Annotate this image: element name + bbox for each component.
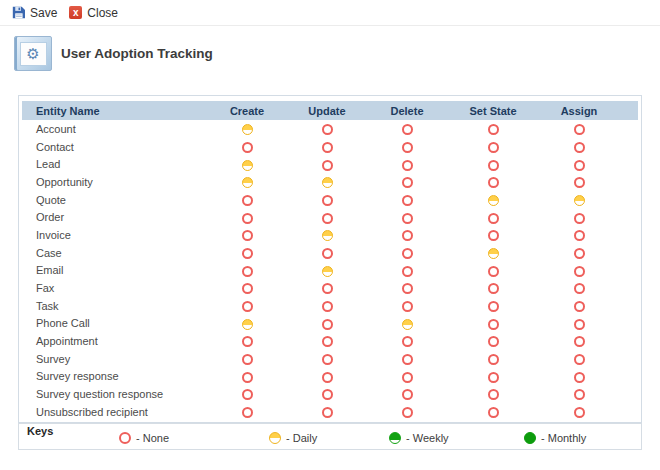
status-dot-none[interactable]	[402, 160, 413, 171]
status-dot-none[interactable]	[574, 301, 585, 312]
status-dot-none[interactable]	[488, 124, 499, 135]
status-dot-none[interactable]	[574, 230, 585, 241]
status-dot-daily[interactable]	[322, 230, 333, 241]
status-dot-none[interactable]	[488, 142, 499, 153]
status-dot-none[interactable]	[322, 160, 333, 171]
status-dot-none[interactable]	[574, 372, 585, 383]
status-dot-none[interactable]	[322, 319, 333, 330]
status-dot-none[interactable]	[402, 177, 413, 188]
legend-dot-daily	[269, 432, 281, 444]
status-dot-none[interactable]	[242, 230, 253, 241]
status-dot-none[interactable]	[574, 177, 585, 188]
table-row: Case	[22, 244, 638, 262]
entity-name-cell: Invoice	[22, 226, 207, 244]
status-dot-none[interactable]	[322, 283, 333, 294]
status-dot-none[interactable]	[242, 283, 253, 294]
status-cell	[539, 385, 619, 403]
status-dot-daily[interactable]	[242, 124, 253, 135]
status-dot-none[interactable]	[322, 407, 333, 418]
status-dot-none[interactable]	[322, 354, 333, 365]
status-dot-none[interactable]	[402, 213, 413, 224]
status-dot-none[interactable]	[322, 195, 333, 206]
status-dot-daily[interactable]	[574, 195, 585, 206]
status-dot-none[interactable]	[322, 372, 333, 383]
status-dot-none[interactable]	[574, 336, 585, 347]
status-cell	[287, 297, 367, 315]
table-row: Contact	[22, 138, 638, 156]
status-dot-daily[interactable]	[488, 248, 499, 259]
status-dot-none[interactable]	[488, 283, 499, 294]
status-dot-none[interactable]	[322, 124, 333, 135]
status-dot-none[interactable]	[402, 283, 413, 294]
status-dot-none[interactable]	[488, 230, 499, 241]
status-dot-none[interactable]	[574, 283, 585, 294]
status-dot-none[interactable]	[488, 389, 499, 400]
status-dot-none[interactable]	[242, 336, 253, 347]
status-dot-none[interactable]	[242, 213, 253, 224]
status-dot-none[interactable]	[574, 248, 585, 259]
status-dot-none[interactable]	[322, 248, 333, 259]
keys-legend: Keys - None- Daily- Weekly- Monthly	[18, 423, 642, 450]
close-button[interactable]: x Close	[69, 6, 118, 20]
status-dot-none[interactable]	[402, 230, 413, 241]
status-dot-none[interactable]	[574, 407, 585, 418]
status-dot-none[interactable]	[242, 407, 253, 418]
status-dot-none[interactable]	[574, 319, 585, 330]
status-dot-none[interactable]	[488, 177, 499, 188]
status-dot-none[interactable]	[402, 354, 413, 365]
status-dot-none[interactable]	[402, 142, 413, 153]
status-dot-daily[interactable]	[322, 177, 333, 188]
status-dot-daily[interactable]	[402, 319, 413, 330]
status-dot-none[interactable]	[242, 354, 253, 365]
status-dot-none[interactable]	[242, 248, 253, 259]
status-dot-none[interactable]	[574, 389, 585, 400]
save-button[interactable]: Save	[12, 6, 57, 20]
status-dot-none[interactable]	[242, 142, 253, 153]
status-dot-none[interactable]	[402, 266, 413, 277]
status-dot-none[interactable]	[242, 266, 253, 277]
status-dot-none[interactable]	[402, 248, 413, 259]
status-dot-none[interactable]	[488, 336, 499, 347]
status-dot-none[interactable]	[488, 372, 499, 383]
status-dot-none[interactable]	[242, 301, 253, 312]
status-dot-none[interactable]	[574, 266, 585, 277]
status-cell	[539, 279, 619, 297]
status-dot-none[interactable]	[402, 389, 413, 400]
status-dot-none[interactable]	[242, 389, 253, 400]
status-dot-none[interactable]	[402, 336, 413, 347]
status-dot-none[interactable]	[574, 142, 585, 153]
status-dot-none[interactable]	[574, 213, 585, 224]
status-dot-none[interactable]	[574, 160, 585, 171]
status-dot-none[interactable]	[402, 301, 413, 312]
status-dot-none[interactable]	[242, 372, 253, 383]
status-cell	[447, 120, 539, 138]
status-dot-daily[interactable]	[242, 177, 253, 188]
status-dot-none[interactable]	[574, 124, 585, 135]
filler-cell	[619, 244, 638, 262]
status-dot-none[interactable]	[402, 372, 413, 383]
status-dot-none[interactable]	[242, 195, 253, 206]
status-cell	[287, 332, 367, 350]
status-dot-none[interactable]	[322, 213, 333, 224]
status-dot-none[interactable]	[322, 336, 333, 347]
status-dot-none[interactable]	[488, 160, 499, 171]
status-dot-none[interactable]	[322, 301, 333, 312]
status-dot-daily[interactable]	[488, 195, 499, 206]
status-dot-none[interactable]	[322, 389, 333, 400]
status-dot-daily[interactable]	[242, 160, 253, 171]
status-cell	[207, 332, 287, 350]
status-dot-none[interactable]	[322, 142, 333, 153]
status-dot-none[interactable]	[402, 195, 413, 206]
status-dot-daily[interactable]	[322, 266, 333, 277]
status-dot-none[interactable]	[488, 213, 499, 224]
status-cell	[539, 315, 619, 333]
status-dot-none[interactable]	[402, 407, 413, 418]
status-dot-daily[interactable]	[242, 319, 253, 330]
status-dot-none[interactable]	[488, 319, 499, 330]
status-dot-none[interactable]	[488, 354, 499, 365]
status-dot-none[interactable]	[574, 354, 585, 365]
status-dot-none[interactable]	[488, 301, 499, 312]
status-dot-none[interactable]	[402, 124, 413, 135]
status-dot-none[interactable]	[488, 407, 499, 418]
status-dot-none[interactable]	[488, 266, 499, 277]
